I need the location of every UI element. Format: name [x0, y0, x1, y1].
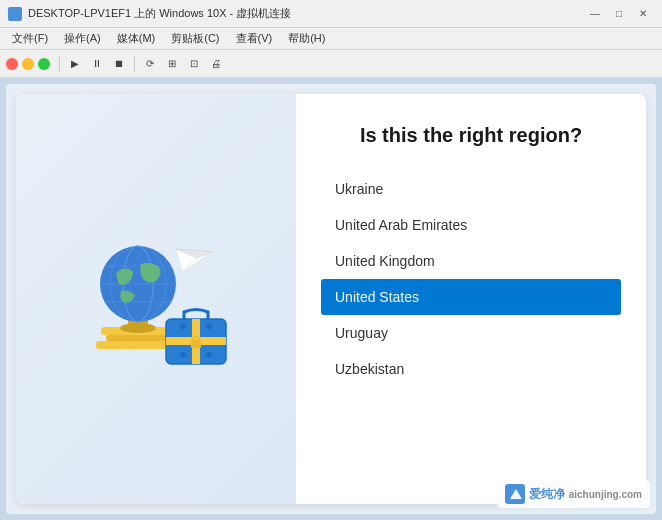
svg-rect-22	[191, 340, 201, 348]
svg-point-19	[206, 323, 212, 329]
svg-point-18	[180, 323, 186, 329]
right-panel: Is this the right region? Ukraine United…	[296, 94, 646, 504]
toolbar-extra3[interactable]: ⊡	[184, 54, 204, 74]
maximize-button[interactable]: □	[608, 5, 630, 23]
watermark-site: aichunjing.com	[569, 489, 642, 500]
title-bar-left: DESKTOP-LPV1EF1 上的 Windows 10X - 虚拟机连接	[8, 6, 291, 21]
watermark: 爱纯净 aichunjing.com	[497, 480, 650, 508]
region-us[interactable]: United States	[321, 279, 621, 315]
minimize-button[interactable]: —	[584, 5, 606, 23]
menu-view[interactable]: 查看(V)	[228, 29, 281, 48]
region-uruguay[interactable]: Uruguay	[321, 315, 621, 351]
svg-point-4	[120, 323, 156, 333]
toolbar-separator-1	[59, 56, 60, 72]
svg-point-20	[180, 352, 186, 358]
traffic-yellow	[22, 58, 34, 70]
menu-file[interactable]: 文件(F)	[4, 29, 56, 48]
toolbar: ▶ ⏸ ⏹ ⟳ ⊞ ⊡ 🖨	[0, 50, 662, 78]
traffic-green	[38, 58, 50, 70]
illustration	[71, 219, 241, 379]
illustration-svg	[71, 219, 241, 379]
traffic-lights	[6, 58, 50, 70]
left-panel	[16, 94, 296, 504]
oobe-container: Is this the right region? Ukraine United…	[16, 94, 646, 504]
watermark-icon	[505, 484, 525, 504]
toolbar-separator-2	[134, 56, 135, 72]
svg-point-21	[206, 352, 212, 358]
toolbar-pause[interactable]: ⏸	[87, 54, 107, 74]
toolbar-stop[interactable]: ⏹	[109, 54, 129, 74]
title-bar: DESKTOP-LPV1EF1 上的 Windows 10X - 虚拟机连接 —…	[0, 0, 662, 28]
svg-rect-1	[106, 335, 171, 341]
traffic-red	[6, 58, 18, 70]
vm-window: Is this the right region? Ukraine United…	[6, 84, 656, 514]
toolbar-play[interactable]: ▶	[65, 54, 85, 74]
region-uk[interactable]: United Kingdom	[321, 243, 621, 279]
close-button[interactable]: ✕	[632, 5, 654, 23]
menu-media[interactable]: 媒体(M)	[109, 29, 164, 48]
toolbar-extra4[interactable]: 🖨	[206, 54, 226, 74]
toolbar-extra2[interactable]: ⊞	[162, 54, 182, 74]
question-title: Is this the right region?	[321, 124, 621, 147]
toolbar-extra1[interactable]: ⟳	[140, 54, 160, 74]
window-title: DESKTOP-LPV1EF1 上的 Windows 10X - 虚拟机连接	[28, 6, 291, 21]
watermark-svg	[508, 487, 522, 501]
menu-bar: 文件(F) 操作(A) 媒体(M) 剪贴板(C) 查看(V) 帮助(H)	[0, 28, 662, 50]
watermark-text: 爱纯净	[529, 486, 565, 503]
menu-help[interactable]: 帮助(H)	[280, 29, 333, 48]
app-icon	[8, 7, 22, 21]
region-uzbekistan[interactable]: Uzbekistan	[321, 351, 621, 387]
region-list: Ukraine United Arab Emirates United King…	[321, 171, 621, 387]
region-uae[interactable]: United Arab Emirates	[321, 207, 621, 243]
region-ukraine[interactable]: Ukraine	[321, 171, 621, 207]
menu-action[interactable]: 操作(A)	[56, 29, 109, 48]
menu-clipboard[interactable]: 剪贴板(C)	[163, 29, 227, 48]
title-bar-controls: — □ ✕	[584, 5, 654, 23]
